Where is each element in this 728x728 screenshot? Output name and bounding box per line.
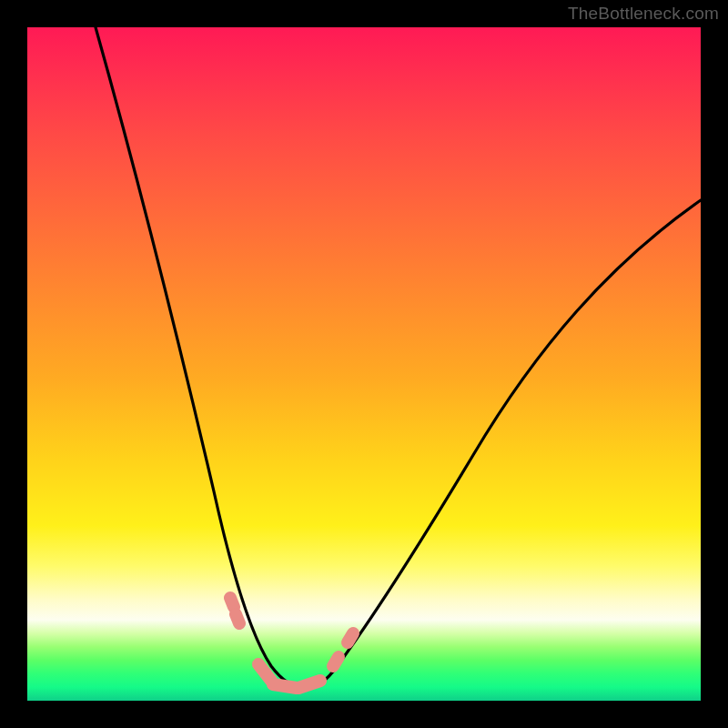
svg-line-4 (298, 681, 320, 688)
svg-line-5 (333, 657, 339, 666)
chart-frame: TheBottleneck.com (0, 0, 728, 728)
svg-line-0 (230, 598, 234, 607)
curve-layer (27, 27, 701, 701)
svg-line-2 (258, 664, 271, 681)
plot-area (27, 27, 701, 701)
svg-line-6 (348, 633, 353, 642)
svg-line-1 (236, 614, 239, 623)
bottleneck-curve (96, 27, 701, 688)
watermark-text: TheBottleneck.com (568, 4, 719, 24)
marker-group (230, 598, 353, 688)
